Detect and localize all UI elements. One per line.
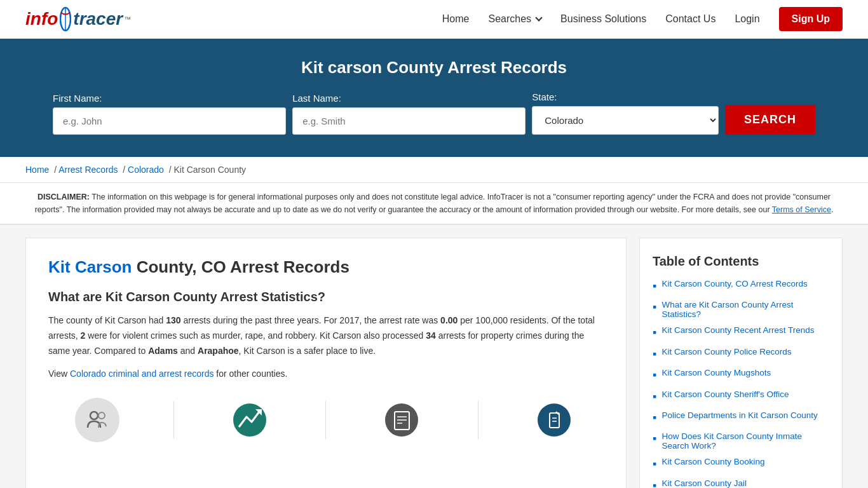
breadcrumb-arrest-records[interactable]: Arrest Records bbox=[58, 165, 118, 175]
divider-2 bbox=[325, 401, 326, 439]
breadcrumb-home[interactable]: Home bbox=[25, 165, 49, 175]
breadcrumb-kit-carson: Kit Carson County bbox=[173, 165, 246, 175]
toc-item-5: Kit Carson County Sheriff's Office bbox=[653, 390, 829, 404]
icon-item-3 bbox=[380, 398, 424, 442]
icon-item-4 bbox=[532, 398, 577, 442]
property-count: 34 bbox=[426, 330, 436, 341]
breadcrumb-sep1: / bbox=[51, 165, 58, 175]
disclaimer-text: The information on this webpage is for g… bbox=[35, 193, 831, 214]
view-suffix: for other counties. bbox=[214, 369, 287, 379]
toc-item-4: Kit Carson County Mugshots bbox=[653, 368, 829, 383]
icon-item-2 bbox=[227, 398, 272, 442]
record-icon bbox=[380, 398, 424, 442]
breadcrumb-sep2: / bbox=[120, 165, 128, 175]
toc-link-2[interactable]: Kit Carson County Recent Arrest Trends bbox=[661, 325, 814, 335]
toc-link-8[interactable]: Kit Carson County Booking bbox=[661, 457, 764, 466]
article-title-highlight: Kit Carson bbox=[48, 257, 132, 276]
breadcrumb: Home / Arrest Records / Colorado / Kit C… bbox=[0, 157, 868, 183]
toc-title: Table of Contents bbox=[653, 254, 829, 269]
logo-icon bbox=[60, 6, 71, 32]
logo-tracer: tracer bbox=[73, 9, 123, 29]
view-more-paragraph: View Colorado criminal and arrest record… bbox=[48, 369, 604, 379]
main-content: Kit Carson County, CO Arrest Records Wha… bbox=[0, 225, 868, 488]
toc-link-6[interactable]: Police Departments in Kit Carson County bbox=[661, 410, 817, 420]
stats-paragraph: The county of Kit Carson had 130 arrests… bbox=[48, 313, 604, 358]
first-name-group: First Name: bbox=[53, 93, 286, 135]
icons-row bbox=[48, 391, 604, 442]
searches-label: Searches bbox=[488, 13, 531, 25]
colorado-records-link[interactable]: Colorado criminal and arrest records bbox=[70, 369, 214, 379]
header: info tracer ™ Home Searches Business Sol… bbox=[0, 0, 868, 39]
state-select[interactable]: Colorado Alabama Alaska Arizona Arkansas… bbox=[532, 106, 719, 135]
stats-section-title: What are Kit Carson County Arrest Statis… bbox=[48, 290, 604, 304]
hero-title: Kit carson County Arrest Records bbox=[25, 58, 843, 78]
disclaimer-section: DISCLAIMER: The information on this webp… bbox=[0, 183, 868, 225]
toc-link-9[interactable]: Kit Carson County Jail bbox=[661, 478, 747, 488]
trend-icon bbox=[227, 398, 272, 442]
state-label: State: bbox=[532, 92, 719, 102]
county2: Arapahoe bbox=[198, 346, 239, 356]
logo[interactable]: info tracer ™ bbox=[25, 6, 131, 32]
icon-item-1 bbox=[75, 398, 119, 442]
search-form: First Name: Last Name: State: Colorado A… bbox=[53, 92, 815, 135]
para-4: were for violent crimes such as murder, … bbox=[85, 330, 426, 341]
nav-contact-us[interactable]: Contact Us bbox=[665, 13, 715, 25]
breadcrumb-sep3: / bbox=[166, 165, 174, 175]
tos-link[interactable]: Terms of Service bbox=[772, 205, 831, 214]
arrests-icon bbox=[75, 398, 119, 442]
search-button[interactable]: SEARCH bbox=[725, 105, 815, 135]
logo-info: info bbox=[25, 9, 58, 29]
toc-link-5[interactable]: Kit Carson County Sheriff's Office bbox=[661, 390, 789, 399]
signup-button[interactable]: Sign Up bbox=[779, 7, 843, 31]
arrests-count: 130 bbox=[166, 315, 180, 325]
main-nav: Home Searches Business Solutions Contact… bbox=[442, 7, 843, 31]
first-name-input[interactable] bbox=[53, 107, 286, 135]
searches-chevron-icon bbox=[535, 14, 542, 21]
para-6: and bbox=[178, 346, 198, 356]
toc-item-6: Police Departments in Kit Carson County bbox=[653, 410, 829, 425]
nav-home[interactable]: Home bbox=[442, 13, 470, 25]
toc-link-4[interactable]: Kit Carson County Mugshots bbox=[661, 368, 771, 377]
breadcrumb-colorado[interactable]: Colorado bbox=[128, 165, 164, 175]
toc-item-7: How Does Kit Carson County Inmate Search… bbox=[653, 431, 829, 451]
divider-1 bbox=[173, 401, 174, 439]
toc-link-3[interactable]: Kit Carson County Police Records bbox=[661, 347, 791, 356]
toc-item-3: Kit Carson County Police Records bbox=[653, 347, 829, 362]
state-group: State: Colorado Alabama Alaska Arizona A… bbox=[532, 92, 719, 135]
nav-searches[interactable]: Searches bbox=[488, 13, 541, 25]
toc-list: Kit Carson County, CO Arrest RecordsWhat… bbox=[653, 279, 829, 488]
view-prefix: View bbox=[48, 369, 70, 379]
nav-business-solutions[interactable]: Business Solutions bbox=[560, 13, 646, 25]
last-name-input[interactable] bbox=[292, 107, 526, 135]
hero-section: Kit carson County Arrest Records First N… bbox=[0, 39, 868, 157]
svg-point-2 bbox=[90, 412, 98, 419]
logo-tm: ™ bbox=[124, 15, 131, 23]
para-7: , Kit Carson is a safer place to live. bbox=[239, 346, 376, 356]
svg-point-11 bbox=[538, 403, 571, 437]
svg-point-3 bbox=[98, 412, 105, 419]
article-title-rest: County, CO Arrest Records bbox=[132, 257, 349, 276]
county1: Adams bbox=[148, 346, 178, 356]
toc-item-1: What are Kit Carson County Arrest Statis… bbox=[653, 300, 829, 319]
last-name-label: Last Name: bbox=[292, 93, 526, 104]
first-name-label: First Name: bbox=[53, 93, 286, 104]
disclaimer-period: . bbox=[831, 205, 833, 214]
divider-3 bbox=[478, 401, 478, 439]
nav-login[interactable]: Login bbox=[735, 13, 759, 25]
toc-link-1[interactable]: What are Kit Carson County Arrest Statis… bbox=[661, 300, 829, 319]
toc-item-8: Kit Carson County Booking bbox=[653, 457, 829, 471]
toc-link-0[interactable]: Kit Carson County, CO Arrest Records bbox=[661, 279, 807, 288]
toc-item-9: Kit Carson County Jail bbox=[653, 478, 829, 488]
arrest-rate: 0.00 bbox=[440, 315, 458, 325]
toc-section: Table of Contents Kit Carson County, CO … bbox=[639, 238, 843, 488]
para-2: arrests during the past three years. For… bbox=[181, 315, 441, 325]
para-1: The county of Kit Carson had bbox=[48, 315, 166, 325]
toc-link-7[interactable]: How Does Kit Carson County Inmate Search… bbox=[661, 431, 829, 451]
article-title: Kit Carson County, CO Arrest Records bbox=[48, 257, 604, 277]
edit-icon bbox=[532, 398, 577, 442]
disclaimer-label: DISCLAIMER: bbox=[37, 193, 90, 201]
article-section: Kit Carson County, CO Arrest Records Wha… bbox=[25, 238, 627, 488]
last-name-group: Last Name: bbox=[292, 93, 526, 135]
toc-item-2: Kit Carson County Recent Arrest Trends bbox=[653, 325, 829, 340]
toc-item-0: Kit Carson County, CO Arrest Records bbox=[653, 279, 829, 294]
